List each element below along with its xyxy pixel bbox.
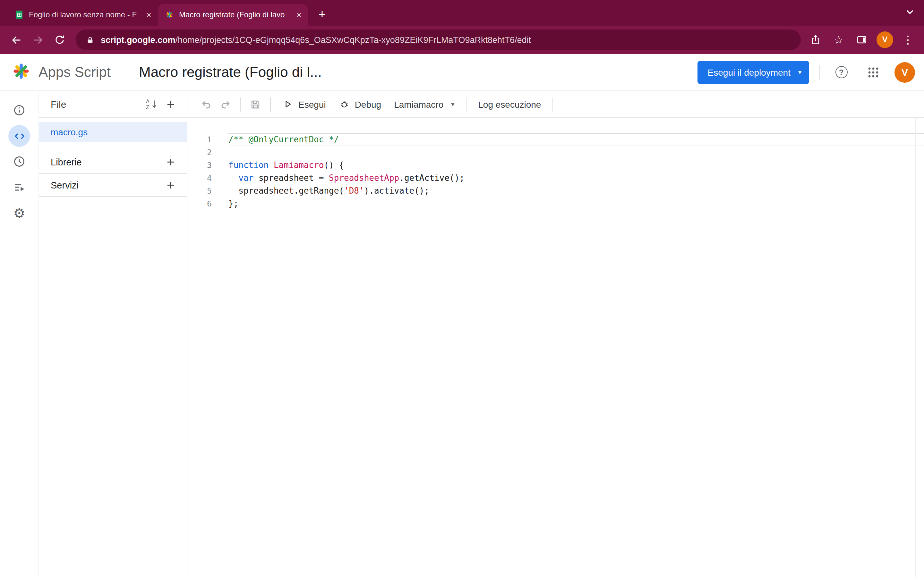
file-list: macro.gs — [39, 118, 187, 145]
code-line-text: /** @OnlyCurrentDoc */ — [228, 133, 924, 146]
clock-icon — [8, 151, 30, 172]
toolbar-divider — [552, 97, 553, 111]
redo-button[interactable] — [216, 94, 235, 114]
url-domain: script.google.com — [101, 35, 176, 45]
file-item-macro-gs[interactable]: macro.gs — [39, 122, 187, 142]
execution-log-label: Log esecuzione — [478, 99, 541, 109]
add-file-button[interactable]: + — [161, 95, 180, 114]
play-icon — [282, 99, 293, 110]
browser-tab-strip: Foglio di lavoro senza nome - F ✕ Macro … — [0, 0, 924, 26]
sidebar-section-services[interactable]: Servizi + — [39, 174, 187, 197]
new-tab-button[interactable]: + — [313, 5, 331, 23]
add-service-button[interactable]: + — [161, 175, 180, 195]
line-number[interactable]: 5 — [187, 185, 212, 197]
forward-button[interactable] — [27, 29, 49, 51]
browser-profile-avatar[interactable]: V — [877, 31, 893, 48]
editor-scrollbar-track[interactable] — [915, 118, 924, 577]
debug-bug-icon — [339, 99, 350, 110]
line-number[interactable]: 6 — [187, 197, 212, 210]
project-title[interactable]: Macro registrate (Foglio di l... — [139, 64, 322, 81]
function-selector-value: Lamiamacro — [394, 99, 443, 109]
files-panel-header: File AZ + — [39, 91, 187, 118]
line-number[interactable]: 4 — [187, 172, 212, 185]
workspace: ⚙ File AZ + macro.gs Librerie + — [0, 91, 924, 577]
line-number[interactable]: 2 — [187, 146, 212, 159]
browser-tab-sheets[interactable]: Foglio di lavoro senza nome - F ✕ — [8, 4, 158, 26]
code-line-text: spreadsheet.getRange('D8').activate(); — [228, 185, 924, 197]
rail-item-settings[interactable]: ⚙ — [0, 200, 39, 226]
browser-tab-apps-script[interactable]: Macro registrate (Foglio di lavo ✕ — [158, 4, 308, 26]
caret-down-icon: ▾ — [451, 101, 454, 108]
sort-az-icon[interactable]: AZ — [142, 95, 161, 114]
bookmark-star-icon[interactable]: ☆ — [829, 30, 848, 49]
add-library-button[interactable]: + — [161, 152, 180, 171]
rail-item-editor[interactable] — [0, 123, 39, 149]
code-line-text: var spreadsheet = SpreadsheetApp.getActi… — [228, 172, 924, 185]
code-editor[interactable]: 1/** @OnlyCurrentDoc */23function Lamiam… — [187, 118, 924, 577]
google-sheets-icon — [15, 10, 24, 19]
line-number[interactable]: 3 — [187, 159, 212, 172]
debug-button[interactable]: Debug — [333, 94, 388, 114]
browser-menu-kebab-icon[interactable]: ⋮ — [898, 30, 918, 49]
code-line[interactable]: 4 var spreadsheet = SpreadsheetApp.getAc… — [187, 172, 924, 185]
tab-title: Foglio di lavoro senza nome - F — [29, 10, 139, 19]
toolbar-divider — [240, 97, 241, 111]
code-line-text: }; — [228, 197, 924, 210]
files-header-label: File — [51, 99, 142, 110]
sidebar-section-libraries[interactable]: Librerie + — [39, 151, 187, 174]
share-icon[interactable] — [806, 30, 825, 49]
svg-text:A: A — [145, 98, 149, 104]
files-panel: File AZ + macro.gs Librerie + Servizi + — [39, 91, 187, 577]
header-actions: Esegui il deployment ▾ ? V — [698, 61, 915, 84]
browser-toolbar: script.google.com/home/projects/1CQ-eGjm… — [0, 26, 924, 54]
apps-script-brand[interactable]: Apps Script — [10, 60, 111, 84]
debug-label: Debug — [355, 99, 381, 109]
line-number[interactable]: 1 — [187, 133, 212, 146]
apps-script-logo-icon — [165, 10, 174, 19]
google-apps-grid-icon[interactable] — [863, 61, 884, 83]
svg-text:Z: Z — [145, 104, 149, 110]
header-divider — [819, 64, 820, 80]
reload-button[interactable] — [49, 29, 71, 51]
url-text: script.google.com/home/projects/1CQ-eGjm… — [101, 35, 531, 45]
code-line[interactable]: 1/** @OnlyCurrentDoc */ — [187, 133, 924, 146]
function-selector[interactable]: Lamiamacro ▾ — [388, 94, 461, 114]
run-button[interactable]: Esegui — [276, 94, 333, 114]
close-tab-icon[interactable]: ✕ — [294, 10, 304, 20]
rail-item-triggers[interactable] — [0, 149, 39, 174]
tab-search-button[interactable] — [906, 6, 914, 17]
deploy-button[interactable]: Esegui il deployment ▾ — [698, 61, 809, 84]
toolbar-divider — [270, 97, 271, 111]
gear-icon: ⚙ — [8, 202, 30, 224]
code-line[interactable]: 2 — [187, 146, 924, 159]
code-lines: 1/** @OnlyCurrentDoc */23function Lamiam… — [187, 133, 924, 210]
rail-item-executions[interactable] — [0, 174, 39, 200]
code-icon — [8, 125, 30, 147]
browser-actions: ☆ V ⋮ — [806, 30, 918, 49]
chevron-down-icon — [906, 6, 914, 17]
help-button[interactable]: ? — [830, 61, 852, 83]
code-line[interactable]: 6}; — [187, 197, 924, 210]
address-bar[interactable]: script.google.com/home/projects/1CQ-eGjm… — [76, 29, 801, 50]
deploy-button-label: Esegui il deployment — [708, 67, 790, 77]
back-button[interactable] — [5, 29, 27, 51]
app-header: Apps Script Macro registrate (Foglio di … — [0, 54, 924, 91]
save-button[interactable] — [246, 94, 265, 114]
toolbar-divider — [466, 97, 467, 111]
caret-down-icon: ▾ — [798, 69, 801, 76]
undo-button[interactable] — [196, 94, 216, 114]
executions-list-icon — [8, 176, 30, 198]
execution-log-button[interactable]: Log esecuzione — [472, 94, 548, 114]
section-label: Servizi — [51, 180, 161, 190]
run-label: Esegui — [298, 99, 326, 109]
screen: Foglio di lavoro senza nome - F ✕ Macro … — [0, 0, 924, 577]
account-avatar[interactable]: V — [895, 62, 915, 82]
close-tab-icon[interactable]: ✕ — [144, 10, 154, 20]
code-line[interactable]: 5 spreadsheet.getRange('D8').activate(); — [187, 185, 924, 197]
code-line[interactable]: 3function Lamiamacro() { — [187, 159, 924, 172]
rail-item-overview[interactable] — [0, 97, 39, 123]
help-icon: ? — [835, 66, 847, 78]
side-panel-icon[interactable] — [852, 30, 871, 49]
tab-title: Macro registrate (Foglio di lavo — [179, 10, 289, 19]
section-label: Librerie — [51, 157, 161, 167]
